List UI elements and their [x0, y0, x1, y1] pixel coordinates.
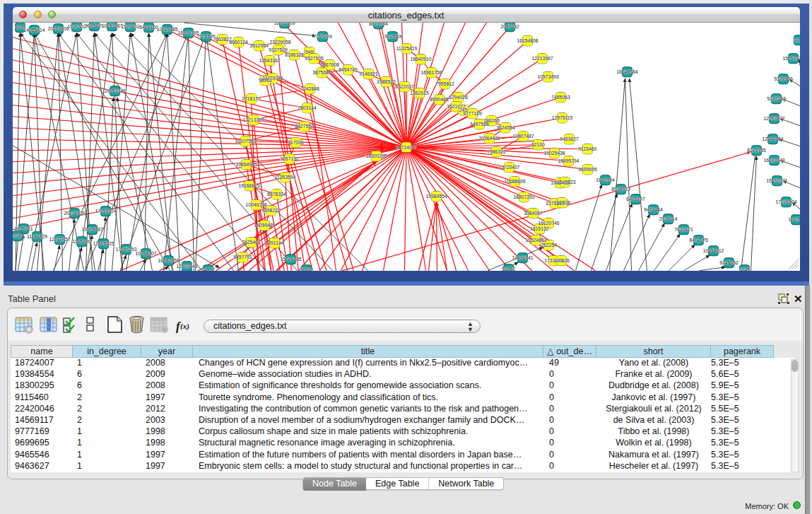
svg-text:17016504: 17016504: [775, 199, 796, 204]
svg-text:18724007: 18724007: [395, 144, 416, 149]
svg-text:9245652: 9245652: [719, 260, 739, 265]
svg-text:1588520: 1588520: [377, 79, 396, 84]
svg-text:11121: 11121: [792, 37, 799, 42]
svg-text:3875685: 3875685: [312, 70, 331, 75]
svg-text:12242757: 12242757: [49, 237, 70, 242]
svg-text:12975115: 12975115: [551, 115, 572, 120]
svg-text:15720407: 15720407: [498, 165, 519, 170]
svg-text:15751074: 15751074: [782, 56, 800, 61]
svg-text:16033809: 16033809: [273, 23, 295, 25]
svg-text:11156829: 11156829: [26, 234, 47, 239]
svg-text:1917302: 1917302: [67, 24, 86, 29]
svg-text:16782759: 16782759: [158, 258, 179, 263]
svg-text:17957253: 17957253: [115, 247, 136, 252]
svg-text:8454749: 8454749: [339, 67, 358, 72]
svg-text:6497568: 6497568: [470, 122, 489, 127]
svg-text:3912954: 3912954: [249, 43, 269, 48]
svg-text:17359924: 17359924: [95, 209, 116, 214]
svg-text:1691144: 1691144: [265, 240, 283, 245]
svg-text:19524851: 19524851: [525, 238, 546, 243]
svg-text:39114: 39114: [13, 233, 24, 238]
svg-text:546: 546: [305, 49, 313, 54]
svg-text:12505125: 12505125: [93, 241, 114, 246]
svg-text:8322037: 8322037: [395, 84, 414, 89]
svg-text:8660124: 8660124: [229, 40, 248, 45]
svg-text:9463627: 9463627: [560, 136, 579, 141]
svg-text:10688609: 10688609: [504, 179, 525, 184]
svg-text:15692971: 15692971: [766, 178, 787, 183]
svg-text:98961: 98961: [259, 78, 272, 83]
svg-text:23226058: 23226058: [269, 40, 290, 45]
svg-text:9327509: 9327509: [269, 47, 288, 52]
svg-text:9245: 9245: [739, 267, 749, 271]
svg-text:19384554: 19384554: [425, 194, 447, 199]
svg-text:10654112: 10654112: [702, 248, 724, 253]
svg-text:14136141: 14136141: [512, 255, 533, 260]
svg-text:18300295: 18300295: [365, 153, 387, 158]
svg-text:3624554: 3624554: [496, 125, 515, 130]
svg-text:29053346: 29053346: [104, 88, 125, 93]
svg-text:7986322: 7986322: [487, 149, 506, 154]
svg-text:1145190: 1145190: [72, 239, 90, 244]
svg-text:317006: 317006: [288, 140, 304, 145]
svg-text:8427552: 8427552: [295, 124, 314, 129]
svg-text:8215955: 8215955: [747, 148, 766, 153]
svg-text:6479197: 6479197: [626, 197, 645, 201]
svg-text:11325419: 11325419: [396, 46, 417, 51]
svg-text:1615132: 1615132: [530, 226, 549, 231]
svg-text:18807293: 18807293: [513, 194, 534, 199]
svg-text:20364436: 20364436: [478, 136, 500, 141]
svg-text:8938923: 8938923: [611, 187, 630, 192]
svg-text:6466160: 6466160: [139, 25, 158, 30]
svg-text:16549823: 16549823: [554, 180, 575, 185]
svg-text:9227342: 9227342: [767, 96, 786, 101]
svg-text:20691406: 20691406: [47, 26, 69, 31]
svg-text:16210643: 16210643: [763, 158, 784, 163]
svg-text:10807487: 10807487: [512, 134, 534, 139]
svg-text:10046788: 10046788: [245, 202, 266, 207]
svg-text:7955812: 7955812: [435, 81, 454, 86]
svg-text:19166825: 19166825: [238, 183, 259, 188]
svg-text:2803144: 2803144: [298, 105, 317, 110]
svg-text:10975887: 10975887: [81, 227, 102, 232]
svg-text:62160: 62160: [531, 142, 545, 147]
svg-text:7242848: 7242848: [300, 86, 319, 91]
svg-text:11353594: 11353594: [274, 175, 295, 180]
svg-text:9327505: 9327505: [305, 56, 324, 61]
svg-text:252254: 252254: [541, 243, 557, 247]
svg-text:10973493: 10973493: [537, 74, 558, 79]
svg-text:10025438: 10025438: [543, 151, 565, 156]
svg-text:1640954: 1640954: [596, 177, 615, 182]
svg-text:9329966: 9329966: [774, 76, 793, 81]
svg-text:8813054: 8813054: [369, 23, 388, 26]
svg-text:92450: 92450: [502, 267, 515, 271]
svg-text:10719185: 10719185: [156, 27, 177, 32]
svg-text:10543362: 10543362: [259, 58, 280, 63]
svg-text:166928: 166928: [554, 200, 570, 205]
svg-text:16120746: 16120746: [538, 221, 559, 226]
svg-text:16154808: 16154808: [517, 38, 538, 43]
svg-text:2935114: 2935114: [659, 216, 677, 221]
svg-text:9457791: 9457791: [233, 255, 252, 259]
svg-text:(x): (x): [180, 322, 189, 331]
svg-text:10653267: 10653267: [101, 23, 122, 28]
svg-text:94857: 94857: [201, 267, 215, 271]
svg-text:8878334: 8878334: [267, 192, 286, 197]
svg-text:8990448: 8990448: [430, 97, 449, 102]
svg-text:14099489: 14099489: [254, 223, 275, 228]
svg-text:2867608: 2867608: [320, 62, 339, 67]
svg-text:7485063: 7485063: [551, 95, 570, 100]
svg-text:12213967: 12213967: [531, 56, 553, 61]
svg-text:9115460: 9115460: [578, 146, 596, 151]
svg-text:10107553: 10107553: [235, 139, 256, 144]
svg-text:1135061: 1135061: [14, 226, 33, 231]
svg-text:2087682: 2087682: [500, 24, 519, 29]
svg-text:9146821: 9146821: [359, 71, 378, 76]
svg-text:8186328: 8186328: [285, 52, 304, 57]
svg-text:12213369: 12213369: [242, 117, 264, 122]
svg-text:1527602: 1527602: [121, 24, 140, 29]
svg-text:7357224: 7357224: [313, 34, 332, 39]
svg-text:7632621: 7632621: [674, 227, 693, 232]
svg-text:9474444: 9474444: [644, 207, 663, 212]
svg-text:10958107: 10958107: [135, 251, 156, 256]
